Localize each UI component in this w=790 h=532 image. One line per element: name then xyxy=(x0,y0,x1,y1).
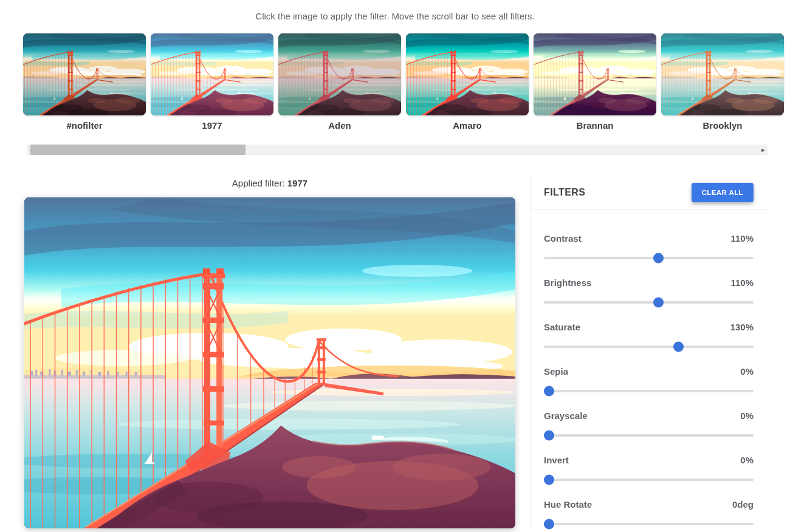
slider-track[interactable] xyxy=(544,479,754,481)
applied-filter-text: Applied filter: 1977 xyxy=(24,178,515,188)
filter-thumbnail-label: Brooklyn xyxy=(661,120,784,131)
filter-thumbnail-label: 1977 xyxy=(151,120,273,131)
panel-divider xyxy=(531,210,769,210)
scroll-right-arrow-icon[interactable]: ► xyxy=(759,145,768,155)
slider-value: 130% xyxy=(730,322,754,332)
applied-filter-value: 1977 xyxy=(287,178,307,188)
slider-thumb[interactable] xyxy=(673,342,684,352)
filter-thumbnail: Amaro xyxy=(406,33,529,131)
slider-label: Invert xyxy=(544,455,569,465)
slider-thumb[interactable] xyxy=(653,298,664,308)
filter-thumbnail-image[interactable] xyxy=(151,33,273,115)
slider-label: Sepia xyxy=(544,366,568,377)
slider-label: Brightness xyxy=(544,278,591,288)
bridge-photo xyxy=(406,33,529,115)
slider-track[interactable] xyxy=(544,346,754,348)
slider-list: Contrast110%Brightness110%Saturate130%Se… xyxy=(531,233,790,525)
slider-label: Contrast xyxy=(544,233,582,244)
filter-thumbnail-image[interactable] xyxy=(661,33,784,115)
slider-row-sepia: Sepia0% xyxy=(544,366,754,392)
slider-label: Hue Rotate xyxy=(544,499,592,510)
slider-value: 0% xyxy=(740,366,754,377)
slider-row-saturate: Saturate130% xyxy=(544,322,754,348)
filter-thumbnail-label: #nofilter xyxy=(23,120,146,131)
filter-thumbnail-image[interactable] xyxy=(23,33,146,115)
slider-track[interactable] xyxy=(544,434,754,437)
main-preview-image[interactable] xyxy=(24,197,515,528)
bridge-photo xyxy=(151,33,273,115)
filter-thumbnail-image[interactable] xyxy=(406,33,529,115)
applied-filter-label: Applied filter: xyxy=(232,178,287,188)
filters-panel-title: FILTERS xyxy=(544,187,585,198)
slider-thumb[interactable] xyxy=(544,386,554,397)
slider-value: 0% xyxy=(740,455,754,465)
bridge-photo xyxy=(23,33,146,115)
bridge-photo xyxy=(661,33,784,115)
slider-track[interactable] xyxy=(544,523,754,525)
slider-value: 0deg xyxy=(732,499,754,510)
filter-thumbnail: Brannan xyxy=(534,33,656,131)
filters-panel: FILTERS CLEAR ALL Contrast110%Brightness… xyxy=(531,173,790,528)
filter-thumbnail-label: Aden xyxy=(278,120,401,131)
slider-row-invert: Invert0% xyxy=(544,455,754,481)
slider-track[interactable] xyxy=(544,257,754,259)
slider-thumb[interactable] xyxy=(653,253,664,264)
slider-row-grayscale: Grayscale0% xyxy=(544,411,754,437)
bridge-photo xyxy=(534,33,656,115)
slider-label: Grayscale xyxy=(544,411,588,421)
horizontal-scrollbar[interactable]: ◄ ► xyxy=(27,145,768,155)
slider-row-hue-rotate: Hue Rotate0deg xyxy=(544,499,754,525)
filter-thumbnail: 1977 xyxy=(151,33,273,131)
slider-value: 110% xyxy=(730,278,754,288)
filter-thumbnail: Brooklyn xyxy=(661,33,784,131)
instruction-text: Click the image to apply the filter. Mov… xyxy=(0,0,790,21)
preview-column: Applied filter: 1977 xyxy=(0,173,515,528)
slider-thumb[interactable] xyxy=(544,431,554,441)
filter-thumbnail: #nofilter xyxy=(23,33,146,131)
filter-thumbnail-image[interactable] xyxy=(278,33,401,115)
slider-value: 0% xyxy=(740,411,754,421)
filter-thumbnail: Aden xyxy=(278,33,401,131)
filter-thumbnail-image[interactable] xyxy=(534,33,656,115)
slider-track[interactable] xyxy=(544,390,754,392)
bridge-photo xyxy=(278,33,401,115)
slider-value: 110% xyxy=(730,233,754,244)
slider-label: Saturate xyxy=(544,322,580,332)
slider-track[interactable] xyxy=(544,301,754,304)
slider-row-contrast: Contrast110% xyxy=(544,233,754,259)
slider-row-brightness: Brightness110% xyxy=(544,278,754,304)
scrollbar-thumb[interactable] xyxy=(30,145,246,155)
filter-thumbnail-label: Amaro xyxy=(406,120,529,131)
slider-thumb[interactable] xyxy=(544,519,554,530)
clear-all-button[interactable]: CLEAR ALL xyxy=(692,183,754,202)
bridge-photo xyxy=(24,197,515,528)
filter-thumbnail-strip: #nofilter1977AdenAmaroBrannanBrooklyn xyxy=(0,33,790,131)
filter-thumbnail-label: Brannan xyxy=(534,120,656,131)
slider-thumb[interactable] xyxy=(544,475,554,485)
